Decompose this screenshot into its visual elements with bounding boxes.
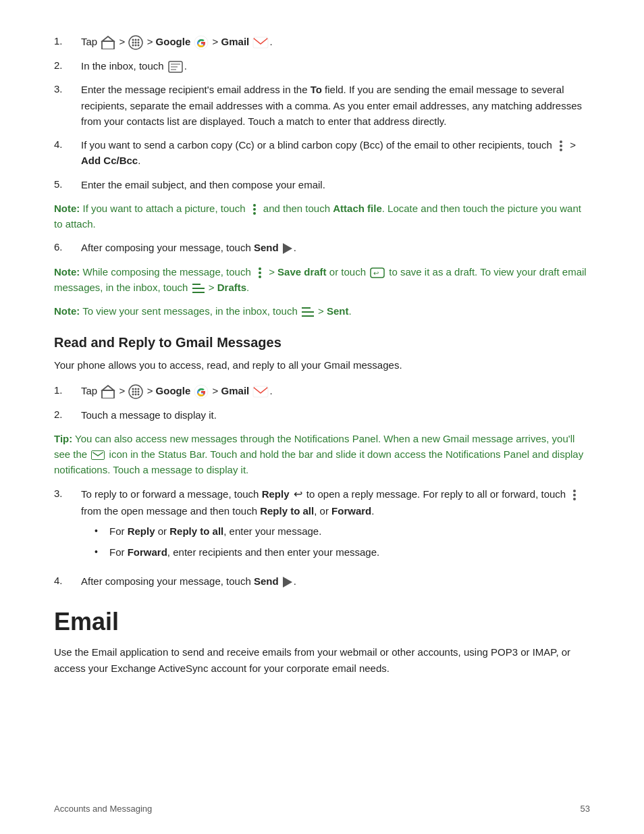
lines-icon-note2: [192, 284, 205, 293]
step-2: 2. In the inbox, touch .: [54, 58, 590, 74]
gmail-icon: [252, 36, 269, 49]
step-6-content: After composing your message, touch Send…: [81, 240, 590, 255]
reply-arrow-icon: ↩: [294, 486, 302, 503]
section-intro: Your phone allows you to access, read, a…: [54, 357, 590, 373]
step-num-3: 3.: [54, 82, 81, 97]
bullet-2-content: For Forward, enter recipients and then e…: [109, 545, 379, 561]
step-1: 1. Tap >: [54, 34, 590, 50]
back-button-icon: ↩: [370, 267, 385, 278]
step-num-2: 2.: [54, 58, 81, 74]
svg-point-26: [138, 393, 140, 395]
gmail-icon-2: [252, 386, 269, 398]
compose-icon: [168, 61, 183, 73]
google-icon-2: [194, 384, 209, 399]
svg-point-2: [132, 39, 134, 41]
gmail-label: Gmail: [221, 36, 250, 47]
note-3: Note: To view your sent messages, in the…: [54, 303, 590, 319]
step-2-2-content: Touch a message to display it.: [81, 407, 590, 423]
send-icon-1: [283, 243, 292, 254]
google-label: Google: [156, 36, 191, 47]
svg-point-23: [138, 390, 140, 392]
svg-point-24: [132, 393, 134, 395]
step-5-content: Enter the email subject, and then compos…: [81, 177, 590, 192]
home-icon: [101, 36, 115, 49]
step-3-content: Enter the message recipient's email addr…: [81, 82, 590, 129]
page-content: 1. Tap >: [0, 0, 644, 722]
svg-point-8: [132, 45, 134, 47]
step-2-1: 1. Tap >: [54, 383, 590, 399]
google-icon: [194, 35, 209, 50]
step-4-content: If you want to send a carbon copy (Cc) o…: [81, 137, 590, 169]
step-2b-num-4: 4.: [54, 573, 81, 589]
step-6: 6. After composing your message, touch S…: [54, 240, 590, 255]
footer-right: 53: [581, 804, 590, 814]
step-2b-4: 4. After composing your message, touch S…: [54, 573, 590, 589]
svg-rect-16: [102, 390, 114, 398]
bullet-reply: • For Reply or Reply to all, enter your …: [95, 524, 590, 540]
email-intro: Use the Email application to send and re…: [54, 644, 590, 676]
bullet-1-content: For Reply or Reply to all, enter your me…: [109, 524, 321, 540]
svg-text:↩: ↩: [373, 269, 379, 277]
step-3: 3. Enter the message recipient's email a…: [54, 82, 590, 129]
note-2: Note: While composing the message, touch…: [54, 264, 590, 296]
svg-point-25: [135, 393, 137, 395]
step-4: 4. If you want to send a carbon copy (Cc…: [54, 137, 590, 169]
step-num-5: 5.: [54, 177, 81, 192]
svg-point-4: [138, 39, 140, 41]
reply-bullet-list: • For Reply or Reply to all, enter your …: [95, 524, 590, 560]
step-2-num-2: 2.: [54, 407, 81, 423]
step-5: 5. Enter the email subject, and then com…: [54, 177, 590, 192]
page-footer: Accounts and Messaging 53: [54, 804, 590, 814]
step-list-2b: 3. To reply to or forward a message, tou…: [54, 486, 590, 590]
step-1-content: Tap >: [81, 34, 590, 50]
step-2-content: In the inbox, touch .: [81, 58, 590, 74]
svg-point-9: [135, 45, 137, 47]
svg-point-3: [135, 39, 137, 41]
note-1: Note: If you want to attach a picture, t…: [54, 201, 590, 232]
step-num-4: 4.: [54, 137, 81, 153]
svg-point-6: [135, 42, 137, 44]
svg-rect-29: [92, 451, 104, 459]
svg-point-19: [135, 388, 137, 390]
svg-point-20: [138, 388, 140, 390]
step-num-6: 6.: [54, 240, 81, 255]
step-2b-4-content: After composing your message, touch Send…: [81, 573, 590, 589]
svg-point-5: [132, 42, 134, 44]
email-heading: Email: [54, 608, 590, 636]
section-heading: Read and Reply to Gmail Messages: [54, 335, 590, 350]
step-2b-3: 3. To reply to or forward a message, tou…: [54, 486, 590, 566]
step-list-1b: 6. After composing your message, touch S…: [54, 240, 590, 255]
vertical-menu-icon-step3: [570, 490, 579, 500]
svg-rect-0: [102, 41, 114, 49]
svg-point-22: [135, 390, 137, 392]
footer-left: Accounts and Messaging: [54, 804, 152, 814]
svg-point-7: [138, 42, 140, 44]
vertical-menu-icon-note1: [250, 204, 259, 215]
step-num-1: 1.: [54, 34, 81, 49]
notification-gmail-icon: [91, 450, 105, 460]
svg-point-18: [132, 388, 134, 390]
apps-icon: [128, 35, 143, 50]
send-icon-2: [283, 577, 292, 588]
step-2-1-content: Tap > > Google: [81, 383, 590, 399]
step-2-num-1: 1.: [54, 383, 81, 398]
svg-point-10: [138, 45, 140, 47]
home-icon-2: [101, 385, 115, 398]
vertical-menu-icon: [556, 140, 566, 151]
step-2b-3-content: To reply to or forward a message, touch …: [81, 486, 590, 566]
apps-icon-2: [128, 384, 143, 399]
tip-1: Tip: You can also access new messages th…: [54, 431, 590, 478]
lines-icon-note3: [302, 307, 314, 317]
step-2b-num-3: 3.: [54, 486, 81, 502]
step-2-2: 2. Touch a message to display it.: [54, 407, 590, 423]
svg-point-21: [132, 390, 134, 392]
vertical-menu-icon-note2: [255, 267, 265, 278]
step-list-1: 1. Tap >: [54, 34, 590, 192]
step-list-2: 1. Tap >: [54, 383, 590, 423]
bullet-forward: • For Forward, enter recipients and then…: [95, 545, 590, 561]
